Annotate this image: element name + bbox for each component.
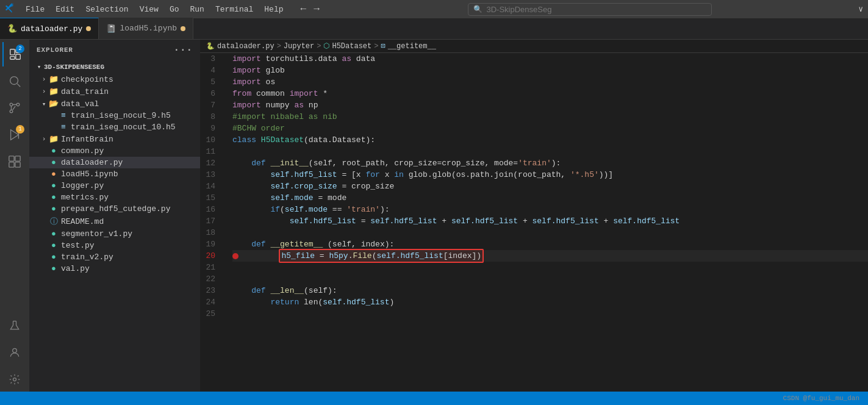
root-folder[interactable]: ▾ 3D-SKIPDENSESEG bbox=[29, 60, 200, 73]
flask-activity-icon[interactable] bbox=[2, 314, 27, 338]
root-label: 3D-SKIPDENSESEG bbox=[44, 63, 104, 71]
code-area[interactable]: import torchutils.data as data import gl… bbox=[228, 53, 868, 392]
menu-run[interactable]: Run bbox=[185, 4, 209, 15]
breadcrumb-sep2: > bbox=[317, 42, 321, 51]
svg-line-6 bbox=[17, 84, 20, 87]
code-line-4: import glob bbox=[232, 65, 868, 76]
activity-bar: 2 1 bbox=[0, 40, 29, 392]
chevron-down-icon[interactable]: ∨ bbox=[858, 4, 863, 14]
run-badge: 1 bbox=[16, 125, 24, 134]
search-activity-icon[interactable] bbox=[2, 69, 27, 93]
py-icon-metrics: ● bbox=[49, 193, 59, 202]
tab-modified-dot bbox=[86, 26, 91, 31]
settings-activity-icon[interactable] bbox=[2, 367, 27, 392]
py-icon-val: ● bbox=[49, 264, 59, 273]
code-line-13: self.hdf5_list = [x for x in glob.glob(o… bbox=[232, 169, 868, 181]
svg-point-18 bbox=[13, 378, 16, 381]
sidebar-item-common-py[interactable]: ● common.py bbox=[29, 145, 200, 157]
py-icon-test: ● bbox=[49, 241, 59, 250]
code-line-14: self.crop_size = crop_size bbox=[232, 181, 868, 192]
breadcrumb-sep1: > bbox=[277, 42, 281, 51]
sidebar-item-h5-9[interactable]: ≡ train_iseg_nocut_9.h5 bbox=[29, 110, 200, 121]
menu-terminal[interactable]: Terminal bbox=[210, 4, 258, 15]
h5-icon-10: ≡ bbox=[59, 123, 68, 132]
sidebar-item-train-v2[interactable]: ● train_v2.py bbox=[29, 251, 200, 263]
code-line-21 bbox=[232, 262, 868, 273]
sidebar: EXPLORER ··· ▾ 3D-SKIPDENSESEG › 📁 check… bbox=[29, 40, 200, 392]
code-line-10: class H5Dataset(data.Dataset): bbox=[232, 134, 868, 146]
code-line-5: import os bbox=[232, 76, 868, 88]
code-line-8: #import nibabel as nib bbox=[232, 111, 868, 123]
breadcrumb-getitem[interactable]: __getitem__ bbox=[388, 42, 436, 51]
nav-forward[interactable]: → bbox=[311, 4, 322, 15]
sidebar-item-metrics-py[interactable]: ● metrics.py bbox=[29, 192, 200, 203]
sidebar-item-segmentor[interactable]: ● segmentor_v1.py bbox=[29, 228, 200, 240]
svg-point-8 bbox=[16, 103, 20, 106]
menu-selection[interactable]: Selection bbox=[81, 4, 133, 15]
explorer-activity-icon[interactable]: 2 bbox=[2, 42, 27, 66]
sidebar-item-readme[interactable]: ⓘ README.md bbox=[29, 215, 200, 228]
sidebar-item-h5-10[interactable]: ≡ train_iseg_nocut_10.h5 bbox=[29, 121, 200, 133]
sidebar-item-logger-py[interactable]: ● logger.py bbox=[29, 180, 200, 192]
py-icon-segmentor: ● bbox=[49, 229, 59, 238]
file-label-h5-9: train_iseg_nocut_9.h5 bbox=[71, 111, 171, 120]
search-input[interactable] bbox=[486, 5, 706, 14]
sidebar-item-checkpoints[interactable]: › 📁 checkpoints bbox=[29, 73, 200, 85]
folder-icon-data-val: 📂 bbox=[49, 99, 59, 109]
ipynb-icon: 📓 bbox=[106, 24, 116, 34]
svg-marker-0 bbox=[9, 3, 13, 8]
root-arrow: ▾ bbox=[34, 63, 44, 71]
sidebar-tree: › 📁 checkpoints › 📁 data_train ▾ 📂 data_… bbox=[29, 73, 200, 392]
editor-area: 🐍 dataloader.py > Jupyter > ⬡ H5Dataset … bbox=[200, 40, 868, 392]
folder-arrow-infantbrain: › bbox=[39, 135, 49, 143]
sidebar-item-test-py[interactable]: ● test.py bbox=[29, 240, 200, 251]
svg-rect-3 bbox=[16, 54, 20, 59]
sidebar-item-val-py[interactable]: ● val.py bbox=[29, 263, 200, 274]
svg-rect-1 bbox=[10, 49, 15, 55]
run-activity-icon[interactable]: 1 bbox=[2, 123, 27, 147]
sidebar-title: EXPLORER bbox=[37, 46, 73, 54]
folder-arrow-data-val: ▾ bbox=[39, 100, 49, 108]
code-line-25 bbox=[232, 308, 868, 320]
code-line-18 bbox=[232, 227, 868, 238]
file-label-logger-py: logger.py bbox=[61, 181, 104, 190]
code-line-24: return len(self.hdf5_list) bbox=[232, 296, 868, 308]
menu-file[interactable]: File bbox=[21, 4, 49, 15]
file-label-test-py: test.py bbox=[61, 241, 95, 250]
nav-back[interactable]: ← bbox=[298, 4, 309, 15]
sidebar-item-infantbrain[interactable]: › 📁 InfantBrain bbox=[29, 133, 200, 145]
sidebar-item-data-train[interactable]: › 📁 data_train bbox=[29, 85, 200, 98]
breadcrumb-class-icon: ⬡ bbox=[323, 41, 329, 51]
breadcrumb-py-icon: 🐍 bbox=[206, 42, 215, 50]
editor[interactable]: 3 4 5 6 7 8 9 10 11 12 13 14 15 16 17 18… bbox=[200, 53, 868, 392]
breadcrumb-bar: 🐍 dataloader.py > Jupyter > ⬡ H5Dataset … bbox=[200, 40, 868, 53]
py-icon-logger: ● bbox=[49, 181, 59, 190]
menu-help[interactable]: Help bbox=[259, 4, 288, 15]
file-label-val-py: val.py bbox=[61, 264, 90, 273]
menu-go[interactable]: Go bbox=[165, 4, 184, 15]
breadcrumb-file[interactable]: dataloader.py bbox=[217, 42, 274, 51]
py-icon-dataloader: ● bbox=[49, 158, 59, 167]
breadcrumb-h5dataset[interactable]: H5Dataset bbox=[332, 42, 371, 51]
tab-loadh5-ipynb[interactable]: 📓 loadH5.ipynb bbox=[99, 18, 193, 39]
search-bar[interactable]: 🔍 bbox=[468, 3, 712, 16]
sidebar-item-loadh5-ipynb[interactable]: ● loadH5.ipynb bbox=[29, 168, 200, 180]
tab-dataloader-py[interactable]: 🐍 dataloader.py bbox=[0, 18, 99, 39]
breadcrumb-jupyter[interactable]: Jupyter bbox=[284, 42, 314, 51]
sidebar-item-dataloader-py[interactable]: ● dataloader.py bbox=[29, 157, 200, 168]
svg-point-5 bbox=[10, 77, 18, 85]
info-icon-readme: ⓘ bbox=[49, 216, 59, 227]
folder-icon-data-train: 📁 bbox=[49, 87, 59, 96]
code-line-3: import torchutils.data as data bbox=[232, 53, 868, 65]
account-activity-icon[interactable] bbox=[2, 340, 27, 365]
menu-bar: File Edit Selection View Go Run Terminal… bbox=[21, 4, 289, 15]
menu-view[interactable]: View bbox=[135, 4, 163, 15]
code-line-11 bbox=[232, 146, 868, 157]
git-activity-icon[interactable] bbox=[2, 96, 27, 120]
sidebar-item-data-val[interactable]: ▾ 📂 data_val bbox=[29, 98, 200, 110]
sidebar-item-prepare-hdf5[interactable]: ● prepare_hdf5_cutedge.py bbox=[29, 203, 200, 215]
sidebar-more-icon[interactable]: ··· bbox=[174, 45, 193, 56]
extensions-activity-icon[interactable] bbox=[2, 149, 27, 174]
menu-edit[interactable]: Edit bbox=[51, 4, 79, 15]
svg-rect-14 bbox=[9, 162, 14, 167]
